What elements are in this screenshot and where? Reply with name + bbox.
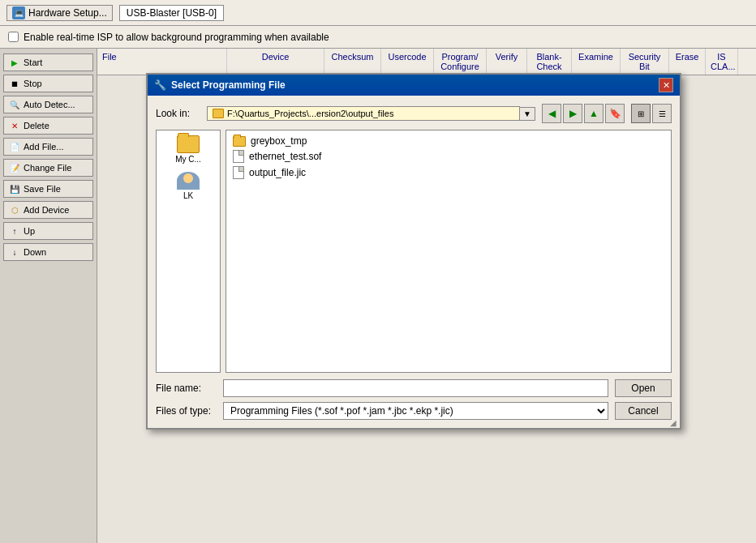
- ethernet-name: ethernet_test.sof: [249, 151, 321, 162]
- svg-point-0: [183, 173, 193, 183]
- stop-label: Stop: [24, 79, 42, 88]
- save-file-button[interactable]: 💾 Save File: [3, 180, 93, 198]
- down-icon: ↓: [9, 246, 20, 258]
- sidebar: ▶ Start ⏹ Stop 🔍 Auto Detec... ✕ Delete …: [0, 49, 97, 543]
- start-label: Start: [24, 58, 42, 67]
- places-panel: My C... LK: [156, 130, 221, 373]
- place-my-computer[interactable]: My C...: [160, 134, 217, 165]
- col-program: Program/Configure: [434, 49, 487, 75]
- start-button[interactable]: ▶ Start: [3, 53, 93, 71]
- filetype-row: Files of type: Programming Files (*.sof …: [156, 402, 672, 420]
- col-checksum: Checksum: [324, 49, 381, 75]
- add-file-button[interactable]: 📄 Add File...: [3, 138, 93, 156]
- dialog-titlebar: 🔧 Select Programming File ✕: [148, 75, 680, 96]
- auto-detect-label: Auto Detec...: [24, 100, 75, 109]
- delete-icon: ✕: [9, 120, 20, 131]
- delete-label: Delete: [24, 121, 49, 130]
- ethernet-file-icon: [233, 150, 244, 163]
- save-file-icon: 💾: [9, 183, 20, 195]
- up-icon: ↑: [9, 225, 20, 237]
- nav-up-button[interactable]: ▲: [584, 104, 604, 123]
- svg-point-1: [178, 183, 198, 190]
- open-button[interactable]: Open: [615, 379, 672, 397]
- nav-back-button[interactable]: ◀: [542, 104, 561, 123]
- files-panel[interactable]: greybox_tmp ethernet_test.sof output_fil…: [226, 130, 672, 373]
- place-lk[interactable]: LK: [160, 170, 217, 202]
- col-security: SecurityBit: [621, 49, 669, 75]
- greybox-folder-icon: [233, 136, 246, 147]
- add-file-label: Add File...: [24, 142, 64, 152]
- filename-input[interactable]: [223, 379, 608, 397]
- stop-button[interactable]: ⏹ Stop: [3, 75, 93, 92]
- view-grid-button[interactable]: ⊞: [631, 104, 651, 123]
- lookin-path-text: F:\Quartus_Projects\...ersion2\output_fi…: [227, 109, 393, 118]
- down-label: Down: [24, 247, 46, 257]
- lookin-folder-icon: [213, 109, 224, 118]
- col-file: File: [97, 49, 227, 75]
- file-item-greybox[interactable]: greybox_tmp: [230, 134, 668, 148]
- realtime-isp-label: Enable real-time ISP to allow background…: [24, 32, 329, 43]
- lk-icon: [177, 172, 200, 190]
- dialog-title: 🔧 Select Programming File: [154, 79, 286, 91]
- realtime-isp-checkbox[interactable]: [8, 32, 19, 42]
- view-buttons: ⊞ ☰: [631, 104, 672, 123]
- lookin-path-box[interactable]: F:\Quartus_Projects\...ersion2\output_fi…: [207, 106, 520, 121]
- my-computer-label: My C...: [175, 155, 201, 164]
- hardware-setup-button[interactable]: 💻 Hardware Setup...: [6, 5, 113, 21]
- add-device-label: Add Device: [24, 205, 69, 215]
- change-file-button[interactable]: 📝 Change File: [3, 159, 93, 177]
- lookin-row: Look in: F:\Quartus_Projects\...ersion2\…: [156, 104, 672, 123]
- filename-row: File name: Open: [156, 379, 672, 397]
- stop-icon: ⏹: [9, 78, 20, 89]
- file-item-ethernet[interactable]: ethernet_test.sof: [230, 148, 668, 165]
- add-device-icon: ⬡: [9, 204, 20, 216]
- dialog-title-text: Select Programming File: [171, 79, 286, 91]
- start-icon: ▶: [9, 57, 20, 68]
- auto-detect-button[interactable]: 🔍 Auto Detec...: [3, 96, 93, 113]
- change-file-icon: 📝: [9, 162, 20, 173]
- filetype-select[interactable]: Programming Files (*.sof *.pof *.jam *.j…: [223, 402, 608, 420]
- dialog-body: Look in: F:\Quartus_Projects\...ersion2\…: [148, 96, 680, 428]
- col-is: ISCLA...: [706, 49, 738, 75]
- lookin-label: Look in:: [156, 108, 200, 119]
- main-area: ▶ Start ⏹ Stop 🔍 Auto Detec... ✕ Delete …: [0, 49, 756, 543]
- col-device: Device: [227, 49, 324, 75]
- lookin-path-container: F:\Quartus_Projects\...ersion2\output_fi…: [207, 106, 535, 121]
- dialog-close-button[interactable]: ✕: [659, 78, 673, 92]
- filename-label: File name:: [156, 383, 217, 394]
- filetype-label: Files of type:: [156, 405, 217, 417]
- output-name: output_file.jic: [249, 167, 306, 178]
- nav-bookmark-button[interactable]: 🔖: [605, 104, 625, 123]
- content-area: File Device Checksum Usercode Program/Co…: [97, 49, 756, 543]
- lk-label: LK: [183, 191, 193, 200]
- resize-handle[interactable]: ◢: [670, 418, 678, 426]
- change-file-label: Change File: [24, 163, 71, 173]
- file-browser: My C... LK: [156, 130, 672, 373]
- up-label: Up: [24, 226, 35, 236]
- down-button[interactable]: ↓ Down: [3, 243, 93, 261]
- checkbox-row: Enable real-time ISP to allow background…: [0, 26, 756, 49]
- lookin-dropdown-button[interactable]: ▼: [520, 107, 535, 121]
- col-verify: Verify: [487, 49, 527, 75]
- output-file-icon: [233, 166, 244, 179]
- cancel-button[interactable]: Cancel: [615, 402, 672, 420]
- hardware-btn-label: Hardware Setup...: [28, 7, 107, 19]
- auto-detect-icon: 🔍: [9, 99, 20, 110]
- add-device-button[interactable]: ⬡ Add Device: [3, 201, 93, 219]
- device-label: USB-Blaster [USB-0]: [119, 5, 224, 21]
- my-computer-icon: [177, 135, 200, 153]
- greybox-name: greybox_tmp: [251, 135, 307, 147]
- hardware-icon: 💻: [12, 6, 25, 19]
- add-file-icon: 📄: [9, 141, 20, 152]
- file-item-output[interactable]: output_file.jic: [230, 165, 668, 181]
- select-file-dialog: 🔧 Select Programming File ✕ Look in: F:\…: [146, 73, 681, 430]
- top-bar: 💻 Hardware Setup... USB-Blaster [USB-0]: [0, 0, 756, 26]
- save-file-label: Save File: [24, 184, 61, 194]
- col-blank: Blank-Check: [527, 49, 572, 75]
- delete-button[interactable]: ✕ Delete: [3, 117, 93, 135]
- nav-forward-button[interactable]: ▶: [563, 104, 582, 123]
- col-usercode: Usercode: [381, 49, 434, 75]
- up-button[interactable]: ↑ Up: [3, 222, 93, 240]
- dialog-title-icon: 🔧: [154, 79, 166, 91]
- view-list-button[interactable]: ☰: [652, 104, 672, 123]
